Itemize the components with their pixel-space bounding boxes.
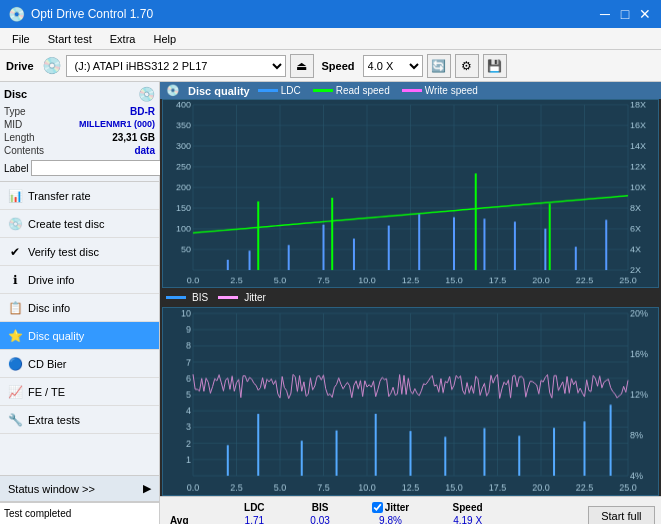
menu-help[interactable]: Help bbox=[145, 31, 184, 47]
read-speed-legend: Read speed bbox=[336, 85, 390, 96]
app-title: Opti Drive Control 1.70 bbox=[31, 7, 153, 21]
col-empty bbox=[166, 501, 219, 514]
menu-start-test[interactable]: Start test bbox=[40, 31, 100, 47]
sidebar: Disc 💿 Type BD-R MID MILLENMR1 (000) Len… bbox=[0, 82, 160, 524]
nav-transfer-rate-label: Transfer rate bbox=[28, 190, 91, 202]
main-area: Disc 💿 Type BD-R MID MILLENMR1 (000) Len… bbox=[0, 82, 661, 524]
fe-te-icon: 📈 bbox=[8, 385, 22, 399]
nav-verify-test-disc-label: Verify test disc bbox=[28, 246, 99, 258]
disc-quality-icon: ⭐ bbox=[8, 329, 22, 343]
contents-value: data bbox=[134, 145, 155, 156]
chart-title-bar: 💿 Disc quality LDC Read speed Write spee… bbox=[160, 82, 661, 99]
maximize-button[interactable]: □ bbox=[617, 6, 633, 22]
eject-button[interactable]: ⏏ bbox=[290, 54, 314, 78]
progress-area: Test completed bbox=[0, 502, 159, 524]
status-window-label: Status window >> bbox=[8, 483, 95, 495]
drive-label: Drive bbox=[6, 60, 34, 72]
status-window-button[interactable]: Status window >> ▶ bbox=[0, 476, 159, 502]
avg-speed: 4.19 X bbox=[430, 514, 504, 524]
nav-drive-info-label: Drive info bbox=[28, 274, 74, 286]
status-window: Status window >> ▶ bbox=[0, 475, 159, 502]
disc-label: Disc bbox=[4, 88, 27, 100]
avg-jitter: 9.8% bbox=[351, 514, 431, 524]
ldc-legend: LDC bbox=[281, 85, 301, 96]
nav-cd-bier[interactable]: 🔵 CD Bier bbox=[0, 350, 159, 378]
disc-icon: 💿 bbox=[138, 86, 155, 102]
drive-icon: 💿 bbox=[42, 56, 62, 75]
jitter-legend: Jitter bbox=[244, 292, 266, 303]
nav-items: 📊 Transfer rate 💿 Create test disc ✔ Ver… bbox=[0, 182, 159, 434]
nav-cd-bier-label: CD Bier bbox=[28, 358, 67, 370]
stats-panel: LDC BIS Jitter Speed bbox=[160, 496, 661, 524]
settings-button[interactable]: ⚙ bbox=[455, 54, 479, 78]
nav-disc-info-label: Disc info bbox=[28, 302, 70, 314]
avg-bis: 0.03 bbox=[290, 514, 351, 524]
nav-verify-test-disc[interactable]: ✔ Verify test disc bbox=[0, 238, 159, 266]
nav-extra-tests[interactable]: 🔧 Extra tests bbox=[0, 406, 159, 434]
type-value: BD-R bbox=[130, 106, 155, 117]
write-speed-legend: Write speed bbox=[425, 85, 478, 96]
disc-info-icon: 📋 bbox=[8, 301, 22, 315]
chart-title: Disc quality bbox=[188, 85, 250, 97]
speed-info-panel: 4.0 X bbox=[511, 497, 582, 524]
status-text: Test completed bbox=[4, 508, 71, 519]
save-button[interactable]: 💾 bbox=[483, 54, 507, 78]
verify-test-disc-icon: ✔ bbox=[8, 245, 22, 259]
length-label: Length bbox=[4, 132, 35, 143]
cd-bier-icon: 🔵 bbox=[8, 357, 22, 371]
contents-label: Contents bbox=[4, 145, 44, 156]
speed-select[interactable]: 4.0 X bbox=[363, 55, 423, 77]
menu-file[interactable]: File bbox=[4, 31, 38, 47]
buttons-panel: Start full Start part bbox=[582, 497, 661, 524]
bis-jitter-chart bbox=[163, 308, 658, 495]
menu-extra[interactable]: Extra bbox=[102, 31, 144, 47]
status-window-arrow: ▶ bbox=[143, 482, 151, 495]
stats-table: LDC BIS Jitter Speed bbox=[160, 497, 511, 524]
close-button[interactable]: ✕ bbox=[637, 6, 653, 22]
drive-info-icon: ℹ bbox=[8, 273, 22, 287]
start-full-button[interactable]: Start full bbox=[588, 506, 655, 524]
mid-label: MID bbox=[4, 119, 22, 130]
minimize-button[interactable]: ─ bbox=[597, 6, 613, 22]
col-jitter-checkbox: Jitter bbox=[351, 501, 431, 514]
nav-drive-info[interactable]: ℹ Drive info bbox=[0, 266, 159, 294]
col-bis: BIS bbox=[290, 501, 351, 514]
avg-label: Avg bbox=[166, 514, 219, 524]
col-ldc: LDC bbox=[219, 501, 289, 514]
extra-tests-icon: 🔧 bbox=[8, 413, 22, 427]
drive-select[interactable]: (J:) ATAPI iHBS312 2 PL17 bbox=[66, 55, 286, 77]
app-icon: 💿 bbox=[8, 6, 25, 22]
transfer-rate-icon: 📊 bbox=[8, 189, 22, 203]
jitter-checkbox[interactable] bbox=[372, 502, 383, 513]
nav-fe-te-label: FE / TE bbox=[28, 386, 65, 398]
nav-extra-tests-label: Extra tests bbox=[28, 414, 80, 426]
chart-legend: LDC Read speed Write speed bbox=[258, 85, 478, 96]
menu-bar: File Start test Extra Help bbox=[0, 28, 661, 50]
refresh-button[interactable]: 🔄 bbox=[427, 54, 451, 78]
nav-create-test-disc[interactable]: 💿 Create test disc bbox=[0, 210, 159, 238]
nav-disc-info[interactable]: 📋 Disc info bbox=[0, 294, 159, 322]
length-value: 23,31 GB bbox=[112, 132, 155, 143]
nav-disc-quality-label: Disc quality bbox=[28, 330, 84, 342]
chart-disc-icon: 💿 bbox=[166, 84, 180, 97]
label-label: Label bbox=[4, 163, 28, 174]
avg-ldc: 1.71 bbox=[219, 514, 289, 524]
jitter-header: Jitter bbox=[385, 502, 409, 513]
charts-container: BIS Jitter bbox=[160, 99, 661, 496]
create-test-disc-icon: 💿 bbox=[8, 217, 22, 231]
mid-value: MILLENMR1 (000) bbox=[79, 119, 155, 130]
content-area: 💿 Disc quality LDC Read speed Write spee… bbox=[160, 82, 661, 524]
label-input[interactable] bbox=[31, 160, 164, 176]
nav-create-test-disc-label: Create test disc bbox=[28, 218, 104, 230]
nav-transfer-rate[interactable]: 📊 Transfer rate bbox=[0, 182, 159, 210]
speed-label: Speed bbox=[322, 60, 355, 72]
type-label: Type bbox=[4, 106, 26, 117]
col-speed: Speed bbox=[430, 501, 504, 514]
nav-disc-quality[interactable]: ⭐ Disc quality bbox=[0, 322, 159, 350]
toolbar: Drive 💿 (J:) ATAPI iHBS312 2 PL17 ⏏ Spee… bbox=[0, 50, 661, 82]
disc-panel: Disc 💿 Type BD-R MID MILLENMR1 (000) Len… bbox=[0, 82, 159, 182]
title-bar: 💿 Opti Drive Control 1.70 ─ □ ✕ bbox=[0, 0, 661, 28]
ldc-chart bbox=[163, 100, 658, 287]
bis-legend: BIS bbox=[192, 292, 208, 303]
nav-fe-te[interactable]: 📈 FE / TE bbox=[0, 378, 159, 406]
